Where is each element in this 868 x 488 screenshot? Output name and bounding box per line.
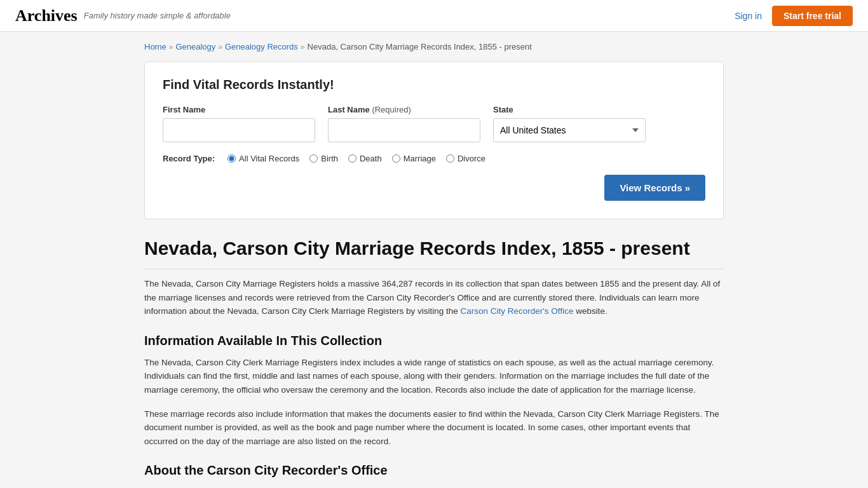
site-tagline: Family history made simple & affordable — [84, 11, 231, 20]
breadcrumb-sep-2: » — [218, 43, 222, 51]
breadcrumb: Home » Genealogy » Genealogy Records » N… — [144, 42, 724, 51]
sign-in-link[interactable]: Sign in — [735, 11, 762, 21]
main-content: Home » Genealogy » Genealogy Records » N… — [129, 32, 739, 488]
breadcrumb-genealogy-records[interactable]: Genealogy Records — [225, 42, 298, 51]
site-header: Archives Family history made simple & af… — [0, 0, 868, 32]
radio-birth[interactable] — [309, 154, 318, 163]
section1-p2: These marriage records also include info… — [144, 407, 724, 449]
header-left: Archives Family history made simple & af… — [15, 6, 231, 25]
page-title: Nevada, Carson City Marriage Records Ind… — [144, 237, 724, 269]
intro-paragraph: The Nevada, Carson City Marriage Registe… — [144, 277, 724, 318]
record-type-options: All Vital Records Birth Death Marriage D… — [227, 154, 485, 163]
radio-marriage[interactable] — [392, 154, 400, 163]
breadcrumb-sep-1: » — [169, 43, 173, 51]
search-fields: First Name Last Name (Required) State Al… — [163, 105, 705, 142]
search-actions: View Records » — [163, 175, 705, 201]
record-type-death[interactable]: Death — [348, 154, 382, 163]
record-type-row: Record Type: All Vital Records Birth Dea… — [163, 154, 705, 163]
last-name-input[interactable] — [328, 118, 480, 142]
breadcrumb-home[interactable]: Home — [144, 42, 166, 51]
start-trial-button[interactable]: Start free trial — [772, 6, 853, 26]
first-name-group: First Name — [163, 105, 315, 142]
carson-city-recorders-link[interactable]: Carson City Recorder's Office — [461, 306, 574, 316]
state-label: State — [493, 105, 646, 114]
last-name-label: Last Name (Required) — [328, 105, 480, 114]
search-title: Find Vital Records Instantly! — [163, 78, 705, 92]
record-type-marriage[interactable]: Marriage — [392, 154, 436, 163]
view-records-button[interactable]: View Records » — [604, 175, 705, 201]
record-type-label: Record Type: — [163, 154, 215, 163]
radio-all-vital[interactable] — [227, 154, 236, 163]
record-type-divorce[interactable]: Divorce — [446, 154, 485, 163]
header-right: Sign in Start free trial — [735, 6, 853, 26]
radio-death[interactable] — [348, 154, 356, 163]
breadcrumb-genealogy[interactable]: Genealogy — [175, 42, 215, 51]
section1-p1: The Nevada, Carson City Clerk Marriage R… — [144, 356, 724, 397]
record-type-all-vital[interactable]: All Vital Records — [227, 154, 299, 163]
breadcrumb-current: Nevada, Carson City Marriage Records Ind… — [308, 42, 532, 51]
record-type-birth[interactable]: Birth — [309, 154, 338, 163]
search-box: Find Vital Records Instantly! First Name… — [144, 62, 724, 219]
last-name-group: Last Name (Required) — [328, 105, 480, 142]
state-group: State All United States — [493, 105, 646, 142]
section1-heading: Information Available In This Collection — [144, 334, 724, 348]
site-logo: Archives — [15, 6, 78, 25]
first-name-input[interactable] — [163, 118, 315, 142]
section2-heading: About the Carson City Recorder's Office — [144, 463, 724, 478]
breadcrumb-sep-3: » — [301, 43, 305, 51]
state-select[interactable]: All United States — [493, 118, 646, 142]
radio-divorce[interactable] — [446, 154, 454, 163]
first-name-label: First Name — [163, 105, 315, 114]
